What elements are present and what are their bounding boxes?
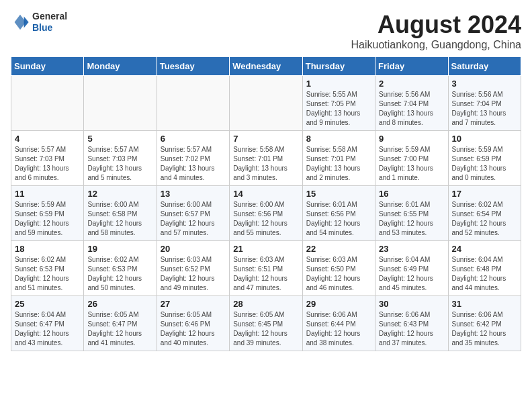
day-info: Sunrise: 6:00 AM Sunset: 6:58 PM Dayligh… bbox=[87, 200, 152, 238]
weekday-header: Sunday bbox=[11, 57, 84, 76]
day-number: 15 bbox=[306, 189, 371, 199]
calendar-cell bbox=[11, 76, 84, 131]
day-number: 4 bbox=[15, 134, 80, 144]
day-info: Sunrise: 5:56 AM Sunset: 7:04 PM Dayligh… bbox=[452, 90, 517, 128]
calendar-week-row: 25Sunrise: 6:04 AM Sunset: 6:47 PM Dayli… bbox=[11, 296, 521, 351]
day-number: 27 bbox=[161, 299, 226, 309]
logo: General Blue bbox=[11, 11, 67, 34]
calendar-cell: 4Sunrise: 5:57 AM Sunset: 7:03 PM Daylig… bbox=[11, 131, 84, 186]
calendar-cell: 22Sunrise: 6:03 AM Sunset: 6:50 PM Dayli… bbox=[302, 241, 375, 296]
day-number: 11 bbox=[15, 189, 80, 199]
day-number: 3 bbox=[452, 79, 517, 89]
calendar-cell bbox=[157, 76, 229, 131]
day-info: Sunrise: 5:57 AM Sunset: 7:03 PM Dayligh… bbox=[15, 145, 80, 183]
calendar-cell: 31Sunrise: 6:06 AM Sunset: 6:42 PM Dayli… bbox=[448, 296, 521, 351]
day-number: 12 bbox=[87, 189, 152, 199]
logo-text: General Blue bbox=[32, 11, 67, 34]
weekday-header: Tuesday bbox=[157, 57, 229, 76]
weekday-header: Monday bbox=[84, 57, 157, 76]
day-info: Sunrise: 6:00 AM Sunset: 6:57 PM Dayligh… bbox=[161, 200, 226, 238]
day-number: 20 bbox=[161, 244, 226, 254]
page-header: General Blue August 2024 Haikuotiankong,… bbox=[11, 11, 521, 51]
day-info: Sunrise: 5:59 AM Sunset: 6:59 PM Dayligh… bbox=[15, 200, 80, 238]
day-info: Sunrise: 6:04 AM Sunset: 6:47 PM Dayligh… bbox=[15, 310, 80, 348]
day-number: 8 bbox=[306, 134, 371, 144]
day-number: 22 bbox=[306, 244, 371, 254]
day-number: 7 bbox=[233, 134, 298, 144]
day-number: 23 bbox=[379, 244, 444, 254]
day-info: Sunrise: 5:58 AM Sunset: 7:01 PM Dayligh… bbox=[233, 145, 298, 183]
day-number: 29 bbox=[306, 299, 371, 309]
calendar-cell: 28Sunrise: 6:05 AM Sunset: 6:45 PM Dayli… bbox=[230, 296, 302, 351]
calendar-cell: 2Sunrise: 5:56 AM Sunset: 7:04 PM Daylig… bbox=[375, 76, 448, 131]
day-info: Sunrise: 6:04 AM Sunset: 6:49 PM Dayligh… bbox=[379, 255, 444, 293]
calendar-cell: 16Sunrise: 6:01 AM Sunset: 6:55 PM Dayli… bbox=[375, 186, 448, 241]
day-info: Sunrise: 6:03 AM Sunset: 6:50 PM Dayligh… bbox=[306, 255, 371, 293]
day-info: Sunrise: 5:56 AM Sunset: 7:04 PM Dayligh… bbox=[379, 90, 444, 128]
page-subtitle: Haikuotiankong, Guangdong, China bbox=[351, 39, 521, 51]
calendar-header-row: SundayMondayTuesdayWednesdayThursdayFrid… bbox=[11, 57, 521, 76]
day-info: Sunrise: 6:03 AM Sunset: 6:51 PM Dayligh… bbox=[233, 255, 298, 293]
day-number: 9 bbox=[379, 134, 444, 144]
calendar-cell: 3Sunrise: 5:56 AM Sunset: 7:04 PM Daylig… bbox=[448, 76, 521, 131]
day-number: 19 bbox=[87, 244, 152, 254]
day-number: 25 bbox=[15, 299, 80, 309]
day-info: Sunrise: 6:06 AM Sunset: 6:43 PM Dayligh… bbox=[379, 310, 444, 348]
day-number: 28 bbox=[233, 299, 298, 309]
day-number: 30 bbox=[379, 299, 444, 309]
day-info: Sunrise: 6:06 AM Sunset: 6:44 PM Dayligh… bbox=[306, 310, 371, 348]
day-info: Sunrise: 6:05 AM Sunset: 6:47 PM Dayligh… bbox=[87, 310, 152, 348]
calendar-cell: 14Sunrise: 6:00 AM Sunset: 6:56 PM Dayli… bbox=[230, 186, 302, 241]
calendar-cell: 9Sunrise: 5:59 AM Sunset: 7:00 PM Daylig… bbox=[375, 131, 448, 186]
day-info: Sunrise: 5:55 AM Sunset: 7:05 PM Dayligh… bbox=[306, 90, 371, 128]
calendar-cell: 15Sunrise: 6:01 AM Sunset: 6:56 PM Dayli… bbox=[302, 186, 375, 241]
calendar-cell: 30Sunrise: 6:06 AM Sunset: 6:43 PM Dayli… bbox=[375, 296, 448, 351]
logo-blue: Blue bbox=[32, 22, 67, 34]
calendar-cell bbox=[230, 76, 302, 131]
day-info: Sunrise: 6:01 AM Sunset: 6:55 PM Dayligh… bbox=[379, 200, 444, 238]
day-number: 10 bbox=[452, 134, 517, 144]
day-number: 26 bbox=[87, 299, 152, 309]
calendar-cell: 23Sunrise: 6:04 AM Sunset: 6:49 PM Dayli… bbox=[375, 241, 448, 296]
day-number: 24 bbox=[452, 244, 517, 254]
day-info: Sunrise: 6:05 AM Sunset: 6:45 PM Dayligh… bbox=[233, 310, 298, 348]
calendar-table: SundayMondayTuesdayWednesdayThursdayFrid… bbox=[11, 56, 521, 351]
logo-icon bbox=[11, 13, 30, 32]
day-info: Sunrise: 5:57 AM Sunset: 7:03 PM Dayligh… bbox=[87, 145, 152, 183]
day-info: Sunrise: 6:05 AM Sunset: 6:46 PM Dayligh… bbox=[161, 310, 226, 348]
day-info: Sunrise: 6:02 AM Sunset: 6:53 PM Dayligh… bbox=[15, 255, 80, 293]
calendar-cell: 11Sunrise: 5:59 AM Sunset: 6:59 PM Dayli… bbox=[11, 186, 84, 241]
day-number: 18 bbox=[15, 244, 80, 254]
day-info: Sunrise: 6:02 AM Sunset: 6:54 PM Dayligh… bbox=[452, 200, 517, 238]
day-number: 14 bbox=[233, 189, 298, 199]
calendar-week-row: 11Sunrise: 5:59 AM Sunset: 6:59 PM Dayli… bbox=[11, 186, 521, 241]
calendar-cell: 20Sunrise: 6:03 AM Sunset: 6:52 PM Dayli… bbox=[157, 241, 229, 296]
calendar-cell: 7Sunrise: 5:58 AM Sunset: 7:01 PM Daylig… bbox=[230, 131, 302, 186]
calendar-cell: 21Sunrise: 6:03 AM Sunset: 6:51 PM Dayli… bbox=[230, 241, 302, 296]
weekday-header: Wednesday bbox=[230, 57, 302, 76]
title-block: August 2024 Haikuotiankong, Guangdong, C… bbox=[351, 11, 521, 51]
calendar-cell: 1Sunrise: 5:55 AM Sunset: 7:05 PM Daylig… bbox=[302, 76, 375, 131]
day-info: Sunrise: 6:03 AM Sunset: 6:52 PM Dayligh… bbox=[161, 255, 226, 293]
day-number: 6 bbox=[161, 134, 226, 144]
calendar-cell: 29Sunrise: 6:06 AM Sunset: 6:44 PM Dayli… bbox=[302, 296, 375, 351]
calendar-cell: 13Sunrise: 6:00 AM Sunset: 6:57 PM Dayli… bbox=[157, 186, 229, 241]
day-number: 16 bbox=[379, 189, 444, 199]
day-info: Sunrise: 6:01 AM Sunset: 6:56 PM Dayligh… bbox=[306, 200, 371, 238]
calendar-body: 1Sunrise: 5:55 AM Sunset: 7:05 PM Daylig… bbox=[11, 76, 521, 351]
calendar-cell: 18Sunrise: 6:02 AM Sunset: 6:53 PM Dayli… bbox=[11, 241, 84, 296]
day-number: 13 bbox=[161, 189, 226, 199]
day-info: Sunrise: 6:02 AM Sunset: 6:53 PM Dayligh… bbox=[87, 255, 152, 293]
calendar-cell bbox=[84, 76, 157, 131]
calendar-cell: 10Sunrise: 5:59 AM Sunset: 6:59 PM Dayli… bbox=[448, 131, 521, 186]
calendar-cell: 19Sunrise: 6:02 AM Sunset: 6:53 PM Dayli… bbox=[84, 241, 157, 296]
calendar-cell: 27Sunrise: 6:05 AM Sunset: 6:46 PM Dayli… bbox=[157, 296, 229, 351]
day-info: Sunrise: 5:59 AM Sunset: 7:00 PM Dayligh… bbox=[379, 145, 444, 183]
calendar-cell: 6Sunrise: 5:57 AM Sunset: 7:02 PM Daylig… bbox=[157, 131, 229, 186]
day-number: 5 bbox=[87, 134, 152, 144]
calendar-cell: 5Sunrise: 5:57 AM Sunset: 7:03 PM Daylig… bbox=[84, 131, 157, 186]
weekday-header: Saturday bbox=[448, 57, 521, 76]
day-number: 21 bbox=[233, 244, 298, 254]
calendar-cell: 24Sunrise: 6:04 AM Sunset: 6:48 PM Dayli… bbox=[448, 241, 521, 296]
day-number: 31 bbox=[452, 299, 517, 309]
